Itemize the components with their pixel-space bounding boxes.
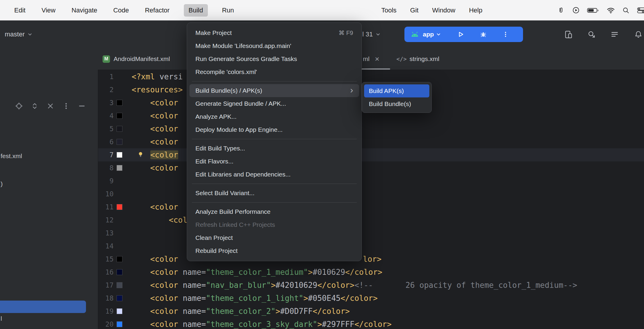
menubar-item-build[interactable]: Build: [184, 4, 208, 17]
menu-item-make-project[interactable]: Make Project⌘ F9: [189, 26, 359, 39]
screen-record-icon[interactable]: [572, 6, 580, 14]
tab-label-fragment: ml: [363, 55, 369, 62]
editor-line: 6 <color: [98, 135, 644, 148]
color-swatch[interactable]: [117, 126, 122, 132]
editor-line: 14: [98, 240, 644, 253]
line-number: 10: [98, 187, 114, 200]
color-swatch[interactable]: [117, 152, 122, 158]
menu-item-recompile-colors-xml[interactable]: Recompile 'colors.xml': [189, 65, 359, 78]
tab-androidmanifest[interactable]: M AndroidManifest.xml: [103, 48, 170, 70]
vcs-branch-selector[interactable]: master: [5, 20, 32, 48]
menubar-item-view[interactable]: View: [42, 7, 55, 14]
editor-line: 15 <colorlor>: [98, 253, 644, 266]
menu-item-analyze-build-performance[interactable]: Analyze Build Performance: [189, 205, 359, 218]
line-number: 6: [98, 135, 114, 148]
menu-separator: [192, 81, 357, 81]
wifi-icon[interactable]: [607, 7, 615, 14]
menubar-right-menus: Tools Git Window Help: [381, 0, 482, 20]
menu-item-make-module-lifesound-app-main[interactable]: Make Module 'Lifesound.app.main': [189, 39, 359, 52]
color-swatch[interactable]: [117, 269, 122, 275]
menu-item-run-generate-sources-gradle-tasks[interactable]: Run Generate Sources Gradle Tasks: [189, 52, 359, 65]
tree-item-fragment[interactable]: l: [1, 315, 2, 322]
color-swatch[interactable]: [117, 165, 122, 171]
editor-line: 11 <color: [98, 200, 644, 214]
menu-item-analyze-apk[interactable]: Analyze APK...: [189, 110, 359, 123]
spotlight-search-icon[interactable]: [622, 7, 630, 14]
run-configuration-selector[interactable]: app: [423, 31, 434, 38]
device-selector[interactable]: l 31: [362, 20, 380, 48]
color-swatch[interactable]: [117, 308, 122, 314]
menu-item-label: Make Project: [195, 29, 232, 36]
editor-line: 5 <color: [98, 122, 644, 135]
battery-icon[interactable]: [587, 7, 600, 13]
submenu-arrow-icon: ›: [350, 86, 353, 94]
control-center-icon[interactable]: [637, 7, 644, 14]
selected-tree-row[interactable]: [0, 301, 86, 313]
menu-item-clean-project[interactable]: Clean Project: [189, 231, 359, 244]
line-number: 2: [98, 83, 114, 96]
code-text: <color name="theme_color_1_medium">#0106…: [132, 266, 382, 279]
editor-line: 17 <color name="nav_bar_blur">#42010629<…: [98, 279, 644, 292]
menu-item-deploy-module-to-app-engine[interactable]: Deploy Module to App Engine...: [189, 123, 359, 136]
color-swatch[interactable]: [117, 295, 122, 301]
macos-menu-bar: Edit View Navigate Code Refactor Build R…: [0, 0, 644, 20]
menu-item-generate-signed-bundle-apk[interactable]: Generate Signed Bundle / APK...: [189, 97, 359, 110]
chevron-down-icon: [28, 32, 32, 37]
menu-item-edit-flavors[interactable]: Edit Flavors...: [189, 155, 359, 168]
color-swatch[interactable]: [117, 256, 122, 262]
structure-lines-icon[interactable]: [610, 30, 619, 39]
menubar-item-window[interactable]: Window: [432, 7, 455, 14]
menubar-item-tools[interactable]: Tools: [381, 7, 396, 14]
tree-item-fragment[interactable]: fest.xml: [1, 153, 22, 160]
hide-panel-icon[interactable]: [78, 102, 86, 110]
menu-item-rebuild-project[interactable]: Rebuild Project: [189, 244, 359, 257]
line-number: 15: [98, 253, 114, 266]
color-swatch[interactable]: [117, 204, 122, 210]
locate-file-icon[interactable]: [15, 102, 23, 110]
menu-item-label: Edit Flavors...: [195, 158, 233, 165]
options-kebab-icon[interactable]: [62, 102, 70, 110]
chevron-down-icon[interactable]: [436, 32, 441, 37]
menu-item-label: Run Generate Sources Gradle Tasks: [195, 55, 297, 62]
color-swatch[interactable]: [117, 321, 122, 327]
color-swatch[interactable]: [117, 139, 122, 145]
menubar-item-navigate[interactable]: Navigate: [71, 7, 97, 14]
code-text: <color: [132, 109, 178, 122]
debug-button[interactable]: [479, 31, 487, 38]
code-text: <color: [132, 135, 178, 148]
menu-item-edit-build-types[interactable]: Edit Build Types...: [189, 142, 359, 155]
menu-item-label: Deploy Module to App Engine...: [195, 126, 283, 133]
submenu-item-build-bundle[interactable]: Build Bundle(s): [364, 97, 429, 110]
menu-item-select-build-variant[interactable]: Select Build Variant...: [189, 187, 359, 200]
submenu-item-build-apk[interactable]: Build APK(s): [364, 84, 429, 97]
color-swatch[interactable]: [117, 100, 122, 106]
device-manager-icon[interactable]: [564, 30, 573, 39]
run-button[interactable]: [457, 31, 465, 38]
code-text: <color: [132, 200, 178, 214]
close-icon[interactable]: ×: [375, 55, 379, 63]
code-text: <color name="nav_bar_blur">#42010629</co…: [132, 279, 577, 292]
tree-item-fragment[interactable]: ): [1, 180, 3, 187]
menu-item-label: Build Bundle(s): [369, 100, 411, 107]
tab-strings[interactable]: </> strings.xml: [396, 48, 439, 70]
code-text: <color: [132, 122, 178, 135]
color-swatch[interactable]: [117, 113, 122, 119]
paperclip-icon[interactable]: [557, 7, 565, 14]
menubar-item-git[interactable]: Git: [410, 7, 418, 14]
menubar-item-help[interactable]: Help: [469, 7, 482, 14]
notifications-bell-icon[interactable]: [633, 30, 643, 39]
collapse-all-icon[interactable]: [46, 102, 55, 110]
line-number: 7: [98, 148, 114, 161]
tab-colors-active[interactable]: ml ×: [363, 48, 379, 70]
menubar-item-code[interactable]: Code: [113, 7, 129, 14]
editor-line: 19 <color name="theme_color_2">#D0D7FF</…: [98, 305, 644, 318]
color-swatch[interactable]: [117, 282, 122, 288]
menu-item-build-bundle-s-apk-s[interactable]: Build Bundle(s) / APK(s)›: [189, 84, 359, 97]
menubar-item-refactor[interactable]: Refactor: [145, 7, 170, 14]
more-actions-kebab-icon[interactable]: [502, 31, 509, 38]
menubar-item-edit[interactable]: Edit: [14, 7, 25, 14]
expand-collapse-icon[interactable]: [31, 102, 39, 110]
menubar-item-run[interactable]: Run: [222, 7, 234, 14]
search-everywhere-icon[interactable]: [587, 30, 596, 39]
menu-item-edit-libraries-and-dependencies[interactable]: Edit Libraries and Dependencies...: [189, 168, 359, 181]
